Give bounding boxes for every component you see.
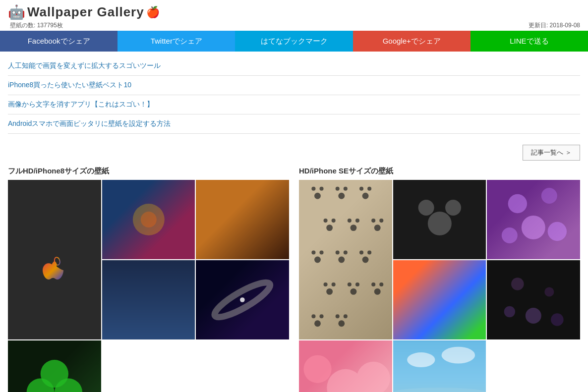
svg-point-40	[348, 282, 352, 286]
svg-point-51	[427, 212, 451, 235]
hd-gallery-col: HD/iPhone SEサイズの壁紙	[299, 167, 580, 392]
fullhd-grid	[8, 180, 289, 392]
svg-point-45	[314, 320, 321, 327]
fullhd-image-1[interactable]	[102, 180, 195, 259]
hd-image-1[interactable]	[393, 180, 486, 259]
hd-image-2[interactable]	[487, 180, 580, 259]
google-share-button[interactable]: Google+でシェア	[353, 31, 470, 52]
svg-point-16	[359, 187, 363, 191]
svg-point-12	[338, 193, 345, 199]
svg-point-44	[379, 282, 383, 286]
svg-point-2	[140, 212, 156, 227]
facebook-share-button[interactable]: Facebookでシェア	[0, 31, 118, 52]
svg-point-57	[502, 227, 518, 243]
svg-point-60	[545, 287, 554, 296]
svg-point-28	[311, 250, 315, 254]
article-link-2[interactable]: 画像から文字を消すアプリ【これはスゴい！】	[8, 95, 580, 114]
svg-point-19	[324, 219, 328, 223]
update-date: 更新日: 2018-09-08	[529, 21, 580, 30]
svg-point-35	[367, 250, 371, 254]
svg-point-11	[320, 187, 324, 191]
articles-section: 人工知能で画質を変えずに拡大するスゴいツール iPhone8買ったら使いたい壁紙…	[0, 52, 588, 139]
svg-point-30	[338, 257, 345, 263]
article-link-1[interactable]: iPhone8買ったら使いたい壁紙ベスト10	[8, 76, 580, 95]
svg-point-42	[374, 288, 381, 295]
svg-point-9	[314, 193, 321, 199]
fullhd-section-title: フルHD/iPhone8サイズの壁紙	[8, 167, 289, 176]
svg-point-13	[336, 187, 340, 191]
svg-point-56	[522, 216, 545, 239]
articles-more-area: 記事一覧へ ＞	[8, 145, 580, 161]
android-icon: 🤖	[8, 4, 25, 20]
article-link-0[interactable]: 人工知能で画質を変えずに拡大するスゴいツール	[8, 56, 580, 76]
svg-point-50	[344, 314, 348, 318]
svg-point-27	[314, 257, 321, 263]
svg-point-24	[374, 224, 381, 231]
flowers-icon	[487, 180, 580, 259]
svg-point-48	[338, 320, 345, 327]
beach-icon	[393, 340, 486, 392]
galaxy-icon	[196, 260, 289, 339]
svg-point-26	[379, 219, 383, 223]
svg-point-61	[526, 308, 541, 324]
apple-emoji-icon: 🍎	[146, 6, 160, 19]
twitter-share-button[interactable]: Twitterでシェア	[118, 31, 235, 52]
hd-image-main[interactable]	[299, 180, 392, 339]
svg-point-14	[344, 187, 348, 191]
mickey-pattern-icon	[299, 180, 392, 339]
fullhd-image-3[interactable]	[102, 260, 195, 339]
svg-point-29	[320, 250, 324, 254]
svg-point-25	[371, 219, 375, 223]
svg-point-15	[362, 193, 369, 199]
mickey-dark-icon	[393, 180, 486, 259]
svg-point-71	[441, 347, 475, 364]
svg-point-43	[371, 282, 375, 286]
anime-icon	[102, 180, 195, 259]
svg-point-59	[511, 278, 524, 290]
svg-point-4	[240, 297, 245, 302]
hd-grid	[299, 180, 580, 392]
hatena-share-button[interactable]: はてなブックマーク	[235, 31, 353, 52]
svg-point-38	[332, 282, 336, 286]
fullhd-gallery-col: フルHD/iPhone8サイズの壁紙	[8, 167, 289, 392]
line-share-button[interactable]: LINEで送る	[470, 31, 588, 52]
svg-point-63	[551, 313, 564, 326]
logo-area: 🤖 Wallpaper Gallery 🍎	[8, 4, 160, 20]
gallery-section: フルHD/iPhone8サイズの壁紙	[0, 167, 588, 392]
floral-dark-icon	[487, 260, 580, 339]
svg-point-65	[303, 355, 331, 383]
fullhd-image-main[interactable]	[8, 180, 101, 339]
svg-point-47	[320, 314, 324, 318]
wallpaper-count: 壁紙の数: 137795枚	[10, 21, 160, 30]
svg-point-23	[355, 219, 359, 223]
header: 🤖 Wallpaper Gallery 🍎 壁紙の数: 137795枚 更新日:…	[0, 0, 588, 31]
svg-point-46	[311, 314, 315, 318]
pink-flowers-icon	[299, 340, 392, 392]
svg-point-58	[548, 222, 567, 241]
svg-point-32	[344, 250, 348, 254]
svg-point-66	[356, 362, 390, 392]
share-bar: Facebookでシェア Twitterでシェア はてなブックマーク Googl…	[0, 31, 588, 52]
hd-image-6[interactable]	[393, 340, 486, 392]
hd-image-3[interactable]	[393, 260, 486, 339]
svg-point-31	[336, 250, 340, 254]
hd-image-4[interactable]	[487, 260, 580, 339]
svg-point-34	[359, 250, 363, 254]
svg-point-17	[367, 187, 371, 191]
fullhd-image-4[interactable]	[196, 260, 289, 339]
clover-icon	[8, 340, 101, 392]
logo-title: Wallpaper Gallery	[27, 4, 144, 20]
svg-point-21	[350, 224, 356, 231]
svg-rect-69	[393, 341, 486, 392]
svg-point-41	[355, 282, 359, 286]
article-link-3[interactable]: Androidスマホで画面ピッタリに壁紙を設定する方法	[8, 114, 580, 134]
svg-point-37	[324, 282, 328, 286]
fullhd-image-2[interactable]	[196, 180, 289, 259]
hd-image-5[interactable]	[299, 340, 392, 392]
svg-point-18	[326, 224, 333, 231]
fullhd-image-5[interactable]	[8, 340, 101, 392]
svg-point-36	[326, 288, 333, 295]
articles-more-button[interactable]: 記事一覧へ ＞	[523, 145, 580, 161]
svg-point-10	[311, 187, 315, 191]
svg-point-54	[508, 194, 527, 213]
